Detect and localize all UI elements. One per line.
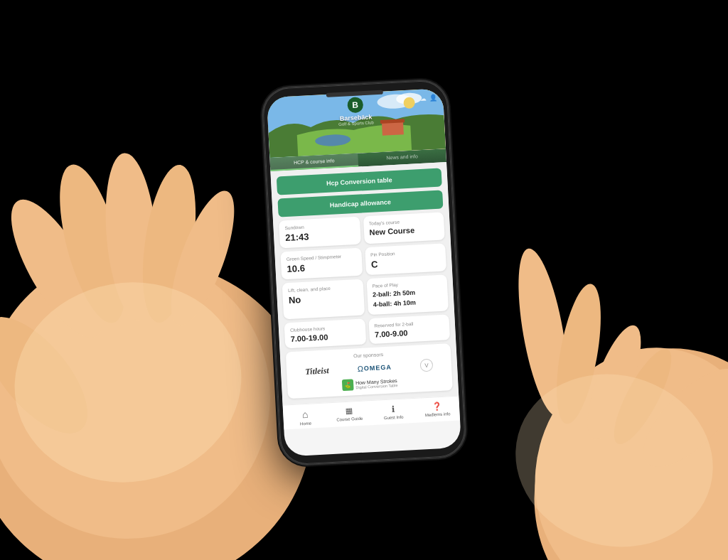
lift-value: No bbox=[289, 291, 358, 306]
info-card-clubhouse: Clubhouse hours 7.00-19.00 bbox=[284, 318, 366, 348]
cloud-icon: ☁ bbox=[420, 95, 427, 102]
bottom-nav-course[interactable]: ▦ Course Guide bbox=[327, 405, 372, 424]
course-label-nav: Course Guide bbox=[336, 416, 363, 422]
info-card-lift: Lift, clean, and place No bbox=[282, 279, 365, 320]
guest-label: Guest Info bbox=[384, 415, 404, 420]
hand-container: B Barsebäck Golf & Sports Club ☁ 👤 HCP &… bbox=[0, 0, 728, 560]
logo-letter: B bbox=[352, 100, 358, 110]
header-logo: B Barsebäck Golf & Sports Club bbox=[337, 96, 374, 126]
sponsor-omega: Ω OMEGA bbox=[357, 363, 392, 374]
home-label: Home bbox=[300, 421, 311, 426]
sponsor-titleist: Titleist bbox=[305, 365, 329, 377]
guest-info-icon: ℹ bbox=[391, 404, 395, 414]
logo-circle: B bbox=[347, 97, 363, 113]
person-icon: 👤 bbox=[429, 95, 438, 102]
course-guide-icon: ▦ bbox=[346, 406, 353, 416]
home-icon: ⌂ bbox=[302, 409, 309, 420]
clubhouse-value: 7.00-19.00 bbox=[290, 331, 360, 343]
right-hand bbox=[415, 190, 728, 560]
green-speed-value: 10.6 bbox=[287, 260, 356, 274]
howmany-text-block: How Many Strokes Digital Conversion Tabl… bbox=[355, 378, 398, 389]
bottom-nav-guest[interactable]: ℹ Guest Info bbox=[371, 403, 416, 422]
info-card-sundown: Sundown 21:43 bbox=[279, 217, 360, 249]
bottom-nav-home[interactable]: ⌂ Home bbox=[283, 407, 328, 426]
app-header: B Barsebäck Golf & Sports Club ☁ 👤 bbox=[267, 88, 446, 158]
howmany-icon: ⛳ bbox=[342, 379, 354, 391]
info-card-green-speed: Green Speed / Stimpmeter 10.6 bbox=[280, 248, 362, 280]
sundown-value: 21:43 bbox=[285, 229, 355, 243]
